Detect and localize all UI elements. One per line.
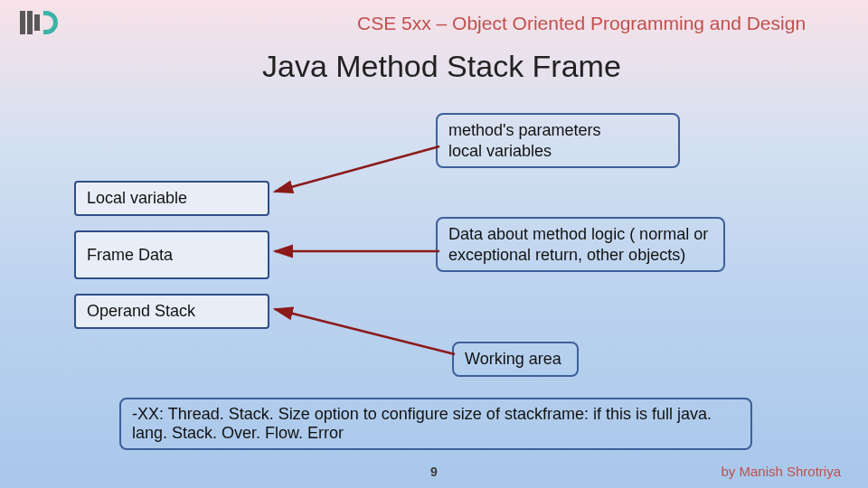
stack-local-variable: Local variable xyxy=(74,181,269,216)
desc-frame-data: Data about method logic ( normal or exce… xyxy=(436,217,725,272)
desc-operand-stack: Working area xyxy=(452,342,579,377)
desc-local-variable: method's parameters local variables xyxy=(436,113,680,168)
slide-title: Java Method Stack Frame xyxy=(262,49,621,84)
page-number: 9 xyxy=(430,465,438,479)
logo xyxy=(20,11,58,34)
logo-bar xyxy=(34,14,40,31)
author-byline: by Manish Shrotriya xyxy=(721,464,841,479)
logo-bar xyxy=(20,11,25,34)
course-header: CSE 5xx – Object Oriented Programming an… xyxy=(357,13,806,34)
stack-operand-stack: Operand Stack xyxy=(74,294,269,329)
footnote-box: -XX: Thread. Stack. Size option to confi… xyxy=(119,398,752,450)
logo-bar xyxy=(27,11,33,34)
stack-frame-data: Frame Data xyxy=(74,230,269,279)
svg-line-0 xyxy=(275,146,439,192)
logo-arc xyxy=(43,11,58,34)
svg-line-2 xyxy=(275,309,455,354)
